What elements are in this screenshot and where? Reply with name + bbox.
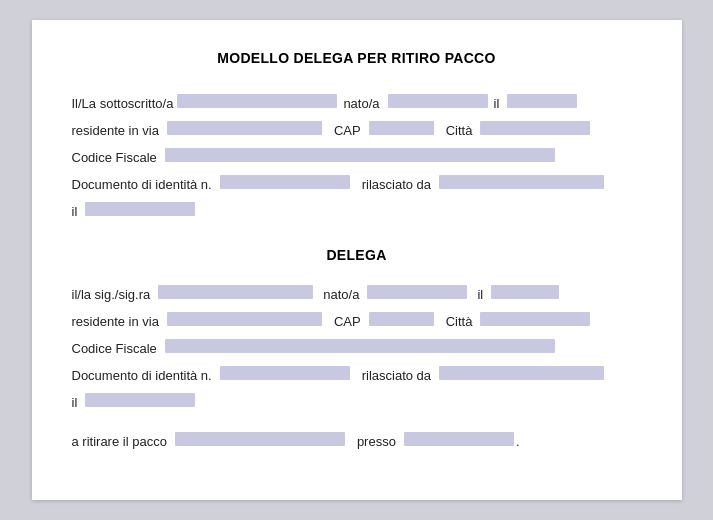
document-page: MODELLO DELEGA PER RITIRO PACCO Il/La so… [32,20,682,500]
field-sottoscritto-name[interactable] [177,94,337,108]
field-pacco[interactable] [175,432,345,446]
label-il1: il [494,96,500,111]
field-via1[interactable] [167,121,322,135]
section1-row4: Documento di identità n. rilasciato da [72,175,642,192]
field-via2[interactable] [167,312,322,326]
label-via1: residente in via [72,123,159,138]
field-doc1[interactable] [220,175,350,189]
field-il1[interactable] [507,94,577,108]
field-il2b[interactable] [85,393,195,407]
section1-row2: residente in via CAP Città [72,121,642,138]
field-doc2[interactable] [220,366,350,380]
label-nato1: nato/a [343,96,379,111]
section3-row1: a ritirare il pacco presso . [72,432,642,449]
label-rilasciato1: rilasciato da [362,177,431,192]
delega-title: DELEGA [72,247,642,263]
field-rilasciato2[interactable] [439,366,604,380]
label-citta2: Città [446,314,473,329]
label-cap2: CAP [334,314,361,329]
section2-row4: Documento di identità n. rilasciato da [72,366,642,383]
label-ritirare: a ritirare il pacco [72,434,167,449]
field-cap1[interactable] [369,121,434,135]
label-doc2: Documento di identità n. [72,368,212,383]
page-title: MODELLO DELEGA PER RITIRO PACCO [72,50,642,66]
label-il2b: il [72,395,78,410]
section2-row3: Codice Fiscale [72,339,642,356]
label-presso: presso [357,434,396,449]
field-citta1[interactable] [480,121,590,135]
field-citta2[interactable] [480,312,590,326]
label-cf2: Codice Fiscale [72,341,157,356]
section2-row2: residente in via CAP Città [72,312,642,329]
label-doc1: Documento di identità n. [72,177,212,192]
field-il2[interactable] [491,285,559,299]
label-end: . [516,434,520,449]
section1-row3: Codice Fiscale [72,148,642,165]
label-cf1: Codice Fiscale [72,150,157,165]
label-rilasciato2: rilasciato da [362,368,431,383]
field-presso[interactable] [404,432,514,446]
field-nato2[interactable] [367,285,467,299]
label-il2: il [477,287,483,302]
field-cf2[interactable] [165,339,555,353]
field-sigra-name[interactable] [158,285,313,299]
field-cap2[interactable] [369,312,434,326]
label-sottoscritto: Il/La sottoscritto/a [72,96,174,111]
label-sigra: il/la sig./sig.ra [72,287,151,302]
section2-row5: il [72,393,642,410]
label-il1b: il [72,204,78,219]
label-nato2: nato/a [323,287,359,302]
label-cap1: CAP [334,123,361,138]
field-cf1[interactable] [165,148,555,162]
label-via2: residente in via [72,314,159,329]
label-citta1: Città [446,123,473,138]
section2-row1: il/la sig./sig.ra nato/a il [72,285,642,302]
field-nato1[interactable] [388,94,488,108]
field-rilasciato1[interactable] [439,175,604,189]
section1-row1: Il/La sottoscritto/a nato/a il [72,94,642,111]
section1-row5: il [72,202,642,219]
field-il1b[interactable] [85,202,195,216]
